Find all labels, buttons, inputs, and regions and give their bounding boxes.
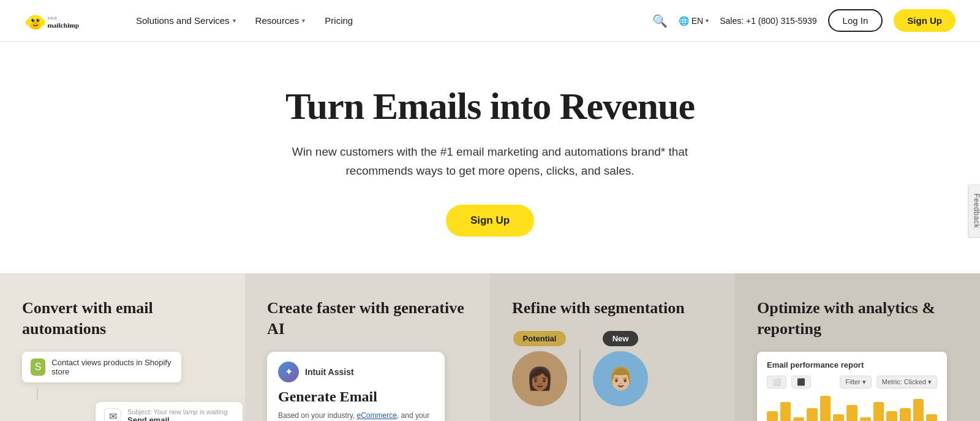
automation-node-1: S Contact views products in Shopify stor…: [22, 352, 181, 382]
svg-point-7: [26, 19, 31, 25]
bar: [900, 408, 911, 421]
automation-illustration: S Contact views products in Shopify stor…: [22, 352, 223, 421]
nav-resources[interactable]: Resources ▾: [248, 10, 313, 31]
bar: [913, 399, 924, 421]
bar: [793, 417, 804, 421]
email-subject: Subject: Your new lamp is waiting: [127, 408, 227, 415]
svg-point-4: [33, 19, 34, 20]
analytics-toolbar: ⬜ ⬛ Filter ▾ Metric: Clicked ▾: [767, 376, 937, 389]
bar: [767, 411, 778, 421]
bar: [886, 411, 897, 421]
hero-title: Turn Emails into Revenue: [12, 85, 968, 128]
feature-title-automation: Convert with email automations: [22, 298, 223, 339]
chevron-down-icon: ▾: [706, 17, 709, 24]
logo[interactable]: intuit mailchimp: [24, 7, 104, 34]
nav-links: Solutions and Services ▾ Resources ▾ Pri…: [129, 10, 652, 31]
ai-ecommerce-link[interactable]: eCommerce: [357, 411, 397, 420]
signup-button-hero[interactable]: Sign Up: [446, 205, 534, 237]
navbar: intuit mailchimp Solutions and Services …: [0, 0, 980, 42]
globe-icon: 🌐: [679, 16, 689, 26]
feature-card-analytics: Optimize with analytics & reporting Emai…: [735, 273, 980, 421]
bar: [833, 414, 844, 421]
bar: [807, 408, 818, 421]
analytics-illustration: Email performance report ⬜ ⬛ Filter ▾ Me…: [757, 352, 947, 421]
toolbar-chart-btn[interactable]: ⬜: [767, 376, 786, 389]
ai-illustration: ✦ Intuit Assist Generate Email Based on …: [267, 352, 445, 421]
svg-point-3: [37, 18, 40, 21]
bar: [873, 402, 884, 421]
signup-button-nav[interactable]: Sign Up: [894, 9, 956, 32]
bar: [780, 402, 791, 421]
ai-generate-title: Generate Email: [278, 389, 434, 405]
nav-pricing[interactable]: Pricing: [317, 10, 360, 31]
segmentation-illustration: Potential 👩🏾 New 👨🏼: [512, 331, 713, 421]
person-avatar-1: 👩🏾: [512, 351, 567, 406]
hero-section: Turn Emails into Revenue Win new custome…: [0, 42, 980, 273]
shopify-icon: S: [31, 358, 45, 376]
chevron-down-icon: ▾: [233, 17, 236, 24]
svg-point-6: [34, 21, 37, 23]
feedback-tab[interactable]: Feedback: [968, 184, 980, 237]
toolbar-filter-btn[interactable]: Filter ▾: [840, 376, 872, 389]
badge-potential: Potential: [513, 331, 567, 346]
phone-number: Sales: +1 (800) 315-5939: [720, 16, 816, 26]
feature-title-ai: Create faster with generative AI: [267, 298, 468, 339]
report-title: Email performance report: [767, 360, 937, 370]
feature-title-segmentation: Refine with segmentation: [512, 298, 713, 319]
login-button[interactable]: Log In: [828, 9, 883, 32]
intuit-assist-avatar: ✦: [278, 362, 299, 382]
svg-point-2: [31, 18, 34, 21]
bar-chart: [767, 396, 937, 421]
nav-right: 🔍 🌐 EN ▾ Sales: +1 (800) 315-5939 Log In…: [652, 9, 956, 32]
svg-text:intuit: intuit: [47, 15, 56, 21]
toolbar-metric-btn[interactable]: Metric: Clicked ▾: [876, 376, 937, 389]
seg-person-2: New 👨🏼: [593, 331, 648, 406]
seg-person-1: Potential 👩🏾: [512, 331, 567, 406]
toolbar-table-btn[interactable]: ⬛: [791, 376, 811, 389]
bar: [820, 396, 831, 421]
ai-assistant-label: Intuit Assist: [305, 367, 354, 377]
send-email-label: Send email: [127, 415, 227, 421]
bar: [926, 414, 937, 421]
feature-card-segmentation: Refine with segmentation Potential 👩🏾 Ne…: [490, 273, 735, 421]
feature-title-analytics: Optimize with analytics & reporting: [757, 298, 958, 339]
connector-line: [37, 387, 38, 400]
segmentation-divider: [579, 349, 581, 421]
badge-new: New: [603, 331, 639, 346]
feature-card-ai: Create faster with generative AI ✦ Intui…: [245, 273, 490, 421]
bar: [860, 417, 871, 421]
svg-point-5: [38, 19, 39, 20]
svg-text:mailchimp: mailchimp: [47, 21, 79, 28]
feature-card-automation: Convert with email automations S Contact…: [0, 273, 245, 421]
person-avatar-2: 👨🏼: [593, 351, 648, 406]
nav-solutions[interactable]: Solutions and Services ▾: [129, 10, 243, 31]
svg-point-8: [40, 19, 45, 25]
search-icon[interactable]: 🔍: [652, 13, 668, 28]
ai-description: Based on your industry, eCommerce, and y…: [278, 410, 434, 421]
bar: [846, 405, 858, 421]
chevron-down-icon: ▾: [302, 17, 305, 24]
language-selector[interactable]: 🌐 EN ▾: [679, 16, 709, 26]
ai-header: ✦ Intuit Assist: [278, 362, 434, 382]
automation-node-2: ✉ Subject: Your new lamp is waiting Send…: [96, 402, 243, 421]
hero-subtitle: Win new customers with the #1 email mark…: [276, 143, 704, 180]
email-icon: ✉: [104, 408, 121, 421]
features-section: Convert with email automations S Contact…: [0, 273, 980, 421]
